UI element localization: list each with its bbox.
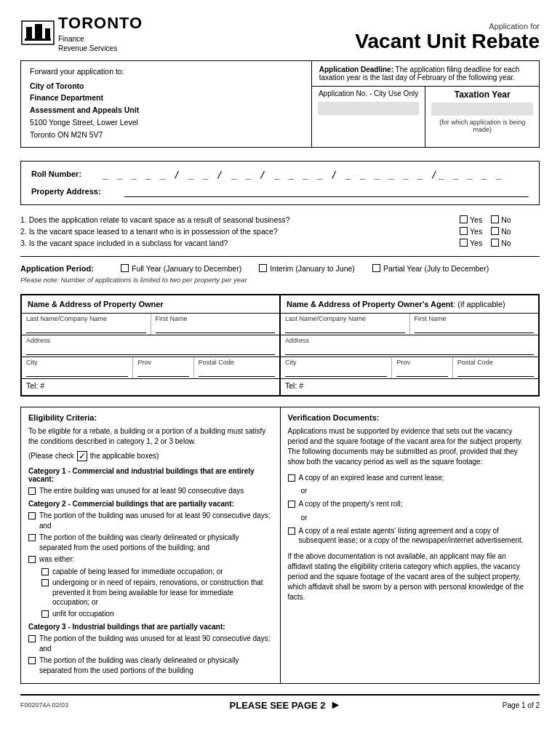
period-partial-checkbox[interactable] <box>372 264 380 272</box>
cat2-sub-items: capable of being leased for immediate oc… <box>41 567 273 619</box>
cat2-sub-3[interactable]: unfit for occupation <box>41 609 273 619</box>
verif-item-1-checkbox[interactable] <box>288 474 295 482</box>
agent-address-row[interactable]: Address <box>281 335 538 357</box>
roll-row: Roll Number: _ _ _ _ _ / _ _ / _ _ / _ _… <box>31 169 529 180</box>
cat2-item-1-text: The portion of the building was unused f… <box>39 511 273 530</box>
question-1-no[interactable]: No <box>491 215 511 224</box>
cat1-item-1-checkbox[interactable] <box>28 487 36 495</box>
agent-tel-row[interactable]: Tel: # <box>281 379 538 395</box>
see-page2-arrow: ► <box>330 698 342 712</box>
question-2-yes[interactable]: Yes <box>460 227 482 236</box>
agent-prov-field[interactable]: Prov <box>392 357 452 378</box>
addr2: Finance Department <box>30 93 103 102</box>
cat2-sub-1[interactable]: capable of being leased for immediate oc… <box>41 567 273 577</box>
cat2-item-3-checkbox[interactable] <box>28 556 36 563</box>
tax-year-field[interactable] <box>431 103 533 116</box>
owner-city-label: City <box>26 359 128 366</box>
owner-tel-row[interactable]: Tel: # <box>22 379 279 395</box>
verif-item-1[interactable]: A copy of an expired lease and current l… <box>288 473 532 483</box>
owner-header-text: Name & Address of Property Owner <box>28 300 164 308</box>
cat2-sub-2[interactable]: undergoing or in need of repairs, renova… <box>41 578 273 607</box>
svg-rect-3 <box>45 28 50 39</box>
verification-intro: Applications must be supported by eviden… <box>288 426 532 467</box>
category-1-title: Category 1 - Commercial and industrial b… <box>28 467 273 483</box>
question-1-no-checkbox[interactable] <box>491 215 499 223</box>
agent-tel-label: Tel: # <box>285 381 303 390</box>
logo-sub1: Finance <box>58 34 143 44</box>
owner-last-name-field[interactable]: Last Name/Company Name <box>22 314 151 335</box>
owner-city-field[interactable]: City <box>22 357 133 378</box>
owner-address-row[interactable]: Address <box>22 335 279 357</box>
cat2-sub-2-checkbox[interactable] <box>41 579 49 586</box>
top-info-box: Forward your application to: City of Tor… <box>20 60 540 148</box>
tax-year-box: Taxation Year (for which application is … <box>425 87 539 147</box>
header: TORONTO Finance Revenue Services Applica… <box>20 13 540 53</box>
cat3-item-2-checkbox[interactable] <box>28 657 36 664</box>
question-3-no[interactable]: No <box>491 239 511 247</box>
svg-rect-1 <box>26 27 32 39</box>
verif-item-2-checkbox[interactable] <box>288 501 295 508</box>
owner-prov-field[interactable]: Prov <box>133 357 193 378</box>
or-text-1: or <box>301 487 532 495</box>
owner-first-name-label: First Name <box>156 315 276 322</box>
cat1-item-1[interactable]: The entire building was unused for at le… <box>28 486 273 496</box>
cat3-item-1-checkbox[interactable] <box>28 635 36 642</box>
owner-postal-field[interactable]: Postal Code <box>194 357 279 378</box>
agent-last-name-field[interactable]: Last Name/Company Name <box>281 314 410 335</box>
roll-dashes: _ _ _ _ _ / _ _ / _ _ / _ _ _ _ / _ _ _ … <box>103 169 503 180</box>
eligibility-column: Eligibility Criteria: To be eligible for… <box>21 407 281 684</box>
cat2-item-3: was either: <box>28 554 273 565</box>
question-2-options: Yes No <box>460 227 540 236</box>
owner-first-name-field[interactable]: First Name <box>151 314 280 335</box>
question-3-no-checkbox[interactable] <box>491 239 499 247</box>
agent-address-label: Address <box>285 337 534 344</box>
app-no-field[interactable] <box>318 102 420 115</box>
agent-column: Name & Address of Property Owner's Agent… <box>281 295 538 395</box>
agent-header-suffix: : (if applicable) <box>453 300 505 308</box>
question-2-no[interactable]: No <box>491 227 511 236</box>
question-2-yes-checkbox[interactable] <box>460 227 468 235</box>
question-1-yes[interactable]: Yes <box>460 215 482 224</box>
agent-header: Name & Address of Property Owner's Agent… <box>281 295 538 314</box>
period-partial-label: Partial Year (July to December) <box>383 264 489 273</box>
verif-item-3[interactable]: A copy of a real estate agents' listing … <box>288 526 532 546</box>
question-3-yes-checkbox[interactable] <box>460 239 468 247</box>
cat2-sub-1-checkbox[interactable] <box>41 568 49 575</box>
owner-address-line <box>26 345 275 355</box>
agent-prov-label: Prov <box>396 359 447 366</box>
cat2-item-2-checkbox[interactable] <box>28 534 36 541</box>
agent-first-name-field[interactable]: First Name <box>410 314 539 335</box>
period-full-year[interactable]: Full Year (January to December) <box>121 264 241 273</box>
question-2-no-checkbox[interactable] <box>491 227 499 235</box>
cat2-item-1-checkbox[interactable] <box>28 512 36 519</box>
cat3-item-1[interactable]: The portion of the building was unused f… <box>28 634 273 653</box>
agent-postal-field[interactable]: Postal Code <box>453 357 538 378</box>
agent-city-field[interactable]: City <box>281 357 392 378</box>
agent-first-name-label: First Name <box>415 315 535 322</box>
cat3-item-2[interactable]: The portion of the building was clearly … <box>28 656 273 675</box>
cat2-item-2[interactable]: The portion of the building was clearly … <box>28 533 273 552</box>
cat2-sub-3-checkbox[interactable] <box>41 610 49 618</box>
cat2-item-1[interactable]: The portion of the building was unused f… <box>28 511 273 530</box>
app-no-label: Application No. - City Use Only <box>318 89 420 97</box>
top-right-info: Application Deadline: The application fi… <box>312 61 539 147</box>
logo-text: TORONTO Finance Revenue Services <box>58 13 143 53</box>
period-interim[interactable]: Interim (January to June) <box>259 264 355 273</box>
owner-prov-label: Prov <box>137 359 188 366</box>
verif-item-3-checkbox[interactable] <box>288 527 295 535</box>
period-interim-checkbox[interactable] <box>259 264 267 272</box>
verif-item-2[interactable]: A copy of the property's rent roll; <box>288 499 532 509</box>
period-interim-label: Interim (January to June) <box>270 264 355 273</box>
roll-number-section: Roll Number: _ _ _ _ _ / _ _ / _ _ / _ _… <box>20 161 540 205</box>
question-1-yes-checkbox[interactable] <box>460 215 468 223</box>
addr5: Toronto ON M2N 5V7 <box>30 130 103 139</box>
prop-addr-field[interactable] <box>124 186 529 197</box>
app-period-label: Application Period: <box>20 264 108 273</box>
owner-city-row: City Prov Postal Code <box>22 357 279 379</box>
period-full-checkbox[interactable] <box>121 264 129 272</box>
question-3-yes[interactable]: Yes <box>460 239 482 247</box>
period-partial[interactable]: Partial Year (July to December) <box>372 264 489 273</box>
agent-postal-label: Postal Code <box>457 359 534 366</box>
top-left-address: Forward your application to: City of Tor… <box>21 61 312 147</box>
question-2-text: 2. Is the vacant space leased to a tenan… <box>20 227 460 236</box>
